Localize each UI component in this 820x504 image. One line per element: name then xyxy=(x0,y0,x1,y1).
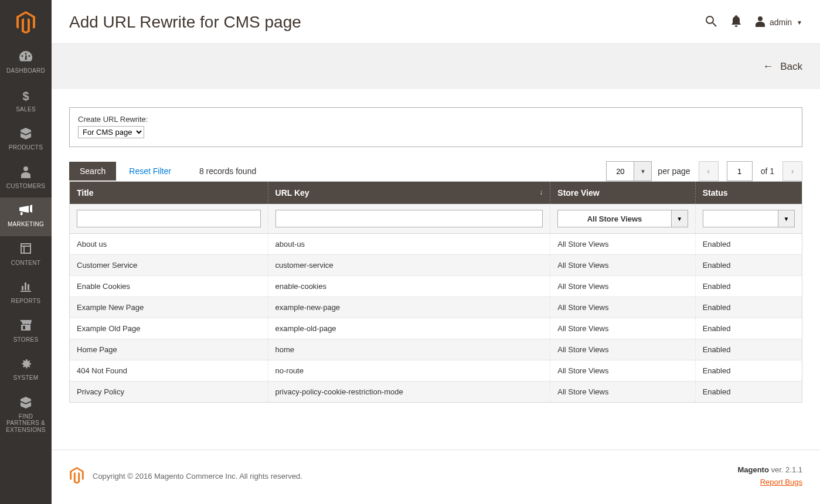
filter-storeview-selected: All Store Views xyxy=(558,214,671,223)
create-rewrite-box: Create URL Rewrite: For CMS page xyxy=(69,107,802,147)
content-icon xyxy=(21,243,31,256)
sidebar-item-products[interactable]: PRODUCTS xyxy=(0,121,52,159)
cell-storeview: All Store Views xyxy=(550,276,695,297)
cell-urlkey: no-route xyxy=(268,360,550,382)
caret-down-icon: ▼ xyxy=(797,19,802,26)
sidebar-label: FIND PARTNERS & EXTENSIONS xyxy=(2,413,49,434)
cell-storeview: All Store Views xyxy=(550,382,695,403)
cell-title: Example New Page xyxy=(70,297,268,318)
filter-urlkey-input[interactable] xyxy=(275,210,543,227)
notifications-icon[interactable] xyxy=(731,15,741,30)
sidebar-label: STORES xyxy=(13,336,39,343)
cell-urlkey: enable-cookies xyxy=(268,276,550,297)
header-actions: admin ▼ xyxy=(705,15,802,30)
sidebar-label: CUSTOMERS xyxy=(6,183,45,190)
sidebar-item-sales[interactable]: $ SALES xyxy=(0,83,52,121)
sidebar-label: DASHBOARD xyxy=(6,67,45,74)
pager-next-button[interactable]: › xyxy=(782,161,802,181)
cell-status: Enabled xyxy=(695,318,802,339)
cell-storeview: All Store Views xyxy=(550,255,695,276)
sidebar-item-system[interactable]: SYSTEM xyxy=(0,351,52,390)
magento-logo-icon xyxy=(16,11,36,33)
marketing-icon xyxy=(19,205,32,217)
table-row[interactable]: Privacy Policyprivacy-policy-cookie-rest… xyxy=(70,382,802,403)
cell-title: Customer Service xyxy=(70,255,268,276)
cell-title: Privacy Policy xyxy=(70,382,268,403)
report-bugs-link[interactable]: Report Bugs xyxy=(760,478,802,486)
cell-status: Enabled xyxy=(695,276,802,297)
search-button[interactable]: Search xyxy=(69,162,116,181)
sidebar-logo[interactable] xyxy=(0,0,52,44)
sidebar-item-reports[interactable]: REPORTS xyxy=(0,274,52,313)
col-header-storeview[interactable]: Store View xyxy=(550,182,695,205)
pager: ‹ of 1 › xyxy=(699,161,802,181)
records-found: 8 records found xyxy=(199,166,256,176)
sidebar-label: PRODUCTS xyxy=(9,144,43,151)
sidebar-item-marketing[interactable]: MARKETING xyxy=(0,197,52,236)
svg-line-1 xyxy=(713,23,716,26)
create-rewrite-label: Create URL Rewrite: xyxy=(78,115,794,124)
col-header-urlkey[interactable]: URL Key↓ xyxy=(268,182,550,205)
sidebar-item-partners[interactable]: FIND PARTNERS & EXTENSIONS xyxy=(0,390,52,442)
filter-storeview-dropdown-button[interactable]: ▼ xyxy=(671,210,688,227)
table-row[interactable]: 404 Not Foundno-routeAll Store ViewsEnab… xyxy=(70,360,802,382)
filter-status-select[interactable]: ▼ xyxy=(703,210,795,227)
sidebar: DASHBOARD $ SALES PRODUCTS CUSTOMERS MAR… xyxy=(0,0,52,504)
cell-urlkey: example-new-page xyxy=(268,297,550,318)
table-row[interactable]: Enable Cookiesenable-cookiesAll Store Vi… xyxy=(70,276,802,297)
create-rewrite-select[interactable]: For CMS page xyxy=(78,126,144,138)
sidebar-item-dashboard[interactable]: DASHBOARD xyxy=(0,44,52,83)
back-label: Back xyxy=(780,61,802,73)
table-row[interactable]: Customer Servicecustomer-serviceAll Stor… xyxy=(70,255,802,276)
page-input[interactable] xyxy=(727,161,753,181)
filter-status-dropdown-button[interactable]: ▼ xyxy=(778,210,794,227)
system-icon xyxy=(20,358,32,371)
grid-toolbar: Search Reset Filter 8 records found ▼ pe… xyxy=(69,161,802,181)
cell-storeview: All Store Views xyxy=(550,318,695,339)
content: Create URL Rewrite: For CMS page Search … xyxy=(52,90,820,426)
search-icon[interactable] xyxy=(705,15,717,30)
cell-title: 404 Not Found xyxy=(70,360,268,382)
svg-point-0 xyxy=(706,16,713,23)
admin-user-menu[interactable]: admin ▼ xyxy=(756,16,802,29)
cell-urlkey: home xyxy=(268,339,550,360)
cell-status: Enabled xyxy=(695,234,802,255)
cell-title: Example Old Page xyxy=(70,318,268,339)
table-row[interactable]: Example New Pageexample-new-pageAll Stor… xyxy=(70,297,802,318)
toolbar-right: ▼ per page ‹ of 1 › xyxy=(606,161,802,181)
col-header-title[interactable]: Title xyxy=(70,182,268,205)
sales-icon: $ xyxy=(22,90,29,103)
reports-icon xyxy=(21,281,31,294)
per-page-control: ▼ per page xyxy=(606,161,690,181)
col-header-status[interactable]: Status xyxy=(695,182,802,205)
sidebar-item-customers[interactable]: CUSTOMERS xyxy=(0,159,52,198)
partners-icon xyxy=(20,397,32,410)
reset-filter-link[interactable]: Reset Filter xyxy=(129,166,171,176)
sidebar-item-stores[interactable]: STORES xyxy=(0,313,52,352)
back-button[interactable]: ← Back xyxy=(763,60,802,73)
table-row[interactable]: Home PagehomeAll Store ViewsEnabled xyxy=(70,339,802,360)
per-page-dropdown-button[interactable]: ▼ xyxy=(634,162,651,181)
page-header: Add URL Rewrite for CMS page admin ▼ xyxy=(52,0,820,43)
per-page-label: per page xyxy=(658,166,690,176)
cell-status: Enabled xyxy=(695,382,802,403)
dashboard-icon xyxy=(19,51,32,64)
cell-urlkey: example-old-page xyxy=(268,318,550,339)
main: Add URL Rewrite for CMS page admin ▼ ← B… xyxy=(52,0,820,504)
table-row[interactable]: Example Old Pageexample-old-pageAll Stor… xyxy=(70,318,802,339)
cell-storeview: All Store Views xyxy=(550,297,695,318)
stores-icon xyxy=(20,320,32,333)
sidebar-label: REPORTS xyxy=(11,298,40,305)
filter-storeview-select[interactable]: All Store Views ▼ xyxy=(557,210,688,227)
sidebar-label: SYSTEM xyxy=(13,374,39,382)
footer-version: ver. 2.1.1 xyxy=(769,465,802,474)
cell-urlkey: customer-service xyxy=(268,255,550,276)
per-page-input[interactable] xyxy=(607,162,634,181)
user-icon xyxy=(756,16,765,29)
filter-title-input[interactable] xyxy=(77,210,261,227)
sidebar-item-content[interactable]: CONTENT xyxy=(0,236,52,275)
page-title: Add URL Rewrite for CMS page xyxy=(69,13,301,32)
cell-status: Enabled xyxy=(695,297,802,318)
pager-prev-button[interactable]: ‹ xyxy=(699,161,719,181)
table-row[interactable]: About usabout-usAll Store ViewsEnabled xyxy=(70,234,802,255)
